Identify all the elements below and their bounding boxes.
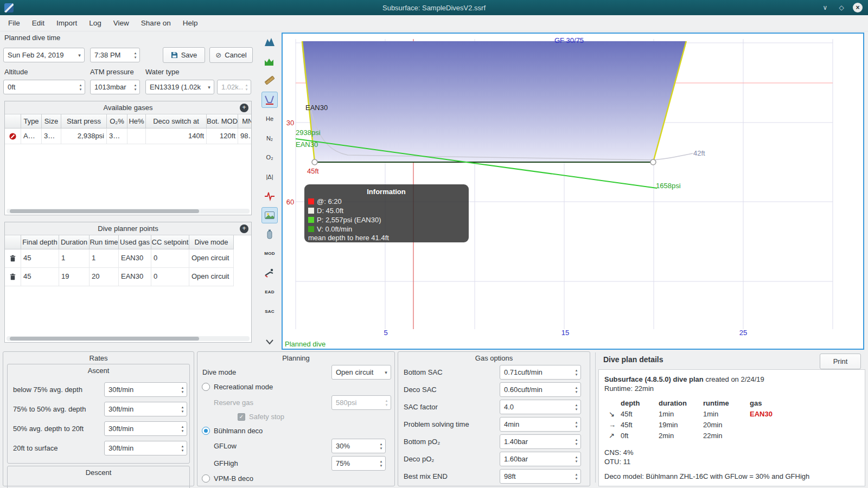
diver-icon[interactable] <box>261 265 278 281</box>
spinner-arrows-icon[interactable]: ▴▾ <box>76 83 85 91</box>
window-title: Subsurface: SampleDivesV2.ssrf <box>0 4 868 12</box>
radio-checked-icon[interactable] <box>202 427 210 435</box>
scrollbar-thumb[interactable] <box>10 337 199 341</box>
tank-bar-icon[interactable] <box>261 226 278 242</box>
gases-horizontal-scrollbar[interactable] <box>7 209 250 214</box>
menu-import[interactable]: Import <box>50 17 83 29</box>
recreational-mode-radio[interactable]: Recreational mode <box>202 383 273 391</box>
vpmb-deco-radio[interactable]: VPM-B deco <box>202 474 253 483</box>
bottom-sac-spinner[interactable]: 0.71cuft/min ▴▾ <box>500 365 581 380</box>
profile-toolbar: He N₂ O₂ |Δ| MOD EAD SAC <box>259 34 280 350</box>
best-mix-end-spinner[interactable]: 98ft ▴▾ <box>500 469 581 484</box>
spinner-arrows-icon: ▴▾ <box>242 83 251 91</box>
gf-label: GF 30/75 <box>554 36 584 44</box>
spinner-arrows-icon[interactable]: ▴▾ <box>178 444 187 452</box>
trash-icon[interactable] <box>9 254 17 262</box>
radio-icon[interactable] <box>202 383 210 391</box>
spinner-arrows-icon[interactable]: ▴▾ <box>178 405 187 413</box>
radio-icon[interactable] <box>202 474 210 483</box>
calculated-ceiling-icon[interactable] <box>261 53 278 69</box>
spinner-arrows-icon[interactable]: ▴▾ <box>377 442 385 450</box>
spinner-arrows-icon[interactable]: ▴▾ <box>572 472 580 480</box>
ascent-rate-spinner[interactable]: 30ft/min ▴▾ <box>104 441 187 455</box>
add-gas-button[interactable]: + <box>240 104 248 112</box>
menu-help[interactable]: Help <box>177 17 204 29</box>
cancel-button[interactable]: ⊘ Cancel <box>209 47 253 63</box>
n2-graph-toggle[interactable]: N₂ <box>261 130 278 146</box>
spinner-arrows-icon[interactable]: ▴▾ <box>572 403 580 411</box>
ascent-rate-spinner[interactable]: 30ft/min ▴▾ <box>104 402 187 416</box>
chevron-down-icon[interactable]: ▾ <box>75 53 84 58</box>
spinner-arrows-icon[interactable]: ▴▾ <box>572 386 580 394</box>
o2-graph-toggle[interactable]: O₂ <box>261 149 278 165</box>
ascent-rate-spinner[interactable]: 30ft/min ▴▾ <box>104 382 187 397</box>
dive-time-spinner[interactable]: 7:38 PM ▴▾ <box>90 48 140 62</box>
menu-log[interactable]: Log <box>83 17 107 29</box>
reserve-gas-spinner: 580psi ▴▾ <box>331 395 391 410</box>
menu-edit[interactable]: Edit <box>26 17 50 29</box>
heart-rate-icon[interactable] <box>261 188 278 204</box>
print-button[interactable]: Print <box>820 354 861 369</box>
problem-solving-time-spinner[interactable]: 4min ▴▾ <box>500 417 581 432</box>
spinner-arrows-icon[interactable]: ▴▾ <box>572 438 580 446</box>
time-axis-tick: 25 <box>739 329 747 337</box>
altitude-spinner[interactable]: 0ft ▴▾ <box>3 80 85 94</box>
photos-toggle-icon[interactable] <box>261 207 278 223</box>
save-button[interactable]: Save <box>163 47 205 63</box>
sac-toggle[interactable]: SAC <box>261 303 278 319</box>
he-graph-toggle[interactable]: He <box>261 111 278 127</box>
planner-point-row[interactable]: 45 19 20 EAN30 0 Open circuit <box>5 268 252 286</box>
tooltip-title: Information <box>367 188 406 196</box>
menu-share-on[interactable]: Share on <box>135 17 177 29</box>
dc-ceiling-icon[interactable] <box>261 34 278 50</box>
planner-point-row[interactable]: 45 1 1 EAN30 0 Open circuit <box>5 249 252 268</box>
ead-toggle[interactable]: EAD <box>261 284 278 300</box>
tooltip-depth: D: 45.0ft <box>317 207 344 215</box>
scroll-down-icon[interactable] <box>261 333 278 350</box>
chevron-down-icon[interactable]: ▾ <box>205 85 214 90</box>
deco-sac-spinner[interactable]: 0.60cuft/min ▴▾ <box>500 382 581 397</box>
spinner-arrows-icon[interactable]: ▴▾ <box>178 386 187 394</box>
menu-view[interactable]: View <box>107 17 135 29</box>
ascent-rate-spinner[interactable]: 30ft/min ▴▾ <box>104 421 187 436</box>
atm-pressure-spinner[interactable]: 1013mbar ▴▾ <box>90 80 140 94</box>
add-point-button[interactable]: + <box>240 224 248 233</box>
cylinder-in-use-icon[interactable] <box>9 132 17 140</box>
gfhigh-spinner[interactable]: 75% ▴▾ <box>331 456 386 471</box>
trash-icon[interactable] <box>9 273 17 281</box>
gflow-spinner[interactable]: 30% ▴▾ <box>331 439 386 453</box>
spinner-arrows-icon[interactable]: ▴▾ <box>572 420 580 428</box>
ruler-icon[interactable] <box>261 72 278 88</box>
pressure-marker-icon <box>308 217 314 223</box>
spinner-arrows-icon[interactable]: ▴▾ <box>131 83 139 91</box>
scrollbar-thumb[interactable] <box>10 209 199 213</box>
spinner-arrows-icon[interactable]: ▴▾ <box>572 455 580 463</box>
spinner-arrows-icon[interactable]: ▴▾ <box>131 51 139 59</box>
rate-label: 20ft to surface <box>13 444 58 452</box>
spinner-arrows-icon[interactable]: ▴▾ <box>572 368 580 376</box>
dive-profile-chart[interactable]: GF 30/75 EAN30 2938psi EAN30 45ft 1658ps… <box>282 33 864 350</box>
gas-row[interactable]: A… 3… 2,938psi 3… 140ft 120ft 98… <box>5 129 252 144</box>
waypoint-handle[interactable] <box>312 159 317 165</box>
mod-toggle[interactable]: MOD <box>261 246 278 262</box>
close-icon[interactable]: × <box>853 3 863 12</box>
chevron-down-icon[interactable]: ▾ <box>381 370 391 375</box>
waypoint-handle[interactable] <box>650 159 656 165</box>
dive-date-combobox[interactable]: Sun Feb 24, 2019 ▾ <box>3 48 85 62</box>
dive-mode-combobox[interactable]: Open circuit ▾ <box>331 365 391 380</box>
scale-profile-icon[interactable] <box>261 92 278 108</box>
minimize-icon[interactable]: ∨ <box>820 3 830 12</box>
menu-file[interactable]: File <box>2 17 26 29</box>
deco-po2-spinner[interactable]: 1.60bar ▴▾ <box>500 452 581 466</box>
water-type-combobox[interactable]: EN13319 (1.02k ▾ <box>145 80 214 94</box>
bottom-po2-spinner[interactable]: 1.40bar ▴▾ <box>500 434 581 449</box>
maximize-icon[interactable]: ◇ <box>837 3 846 12</box>
gas-fraction-icon[interactable]: |Δ| <box>261 169 278 185</box>
descent-title: Descent <box>8 466 189 477</box>
points-horizontal-scrollbar[interactable] <box>7 336 250 341</box>
buhlmann-deco-radio[interactable]: Bühlmann deco <box>202 427 263 435</box>
rates-panel: Rates Ascent below 75% avg. depth 30ft/m… <box>3 351 194 486</box>
spinner-arrows-icon[interactable]: ▴▾ <box>377 459 385 467</box>
spinner-arrows-icon[interactable]: ▴▾ <box>178 425 187 433</box>
sac-factor-spinner[interactable]: 4.0 ▴▾ <box>500 400 581 414</box>
